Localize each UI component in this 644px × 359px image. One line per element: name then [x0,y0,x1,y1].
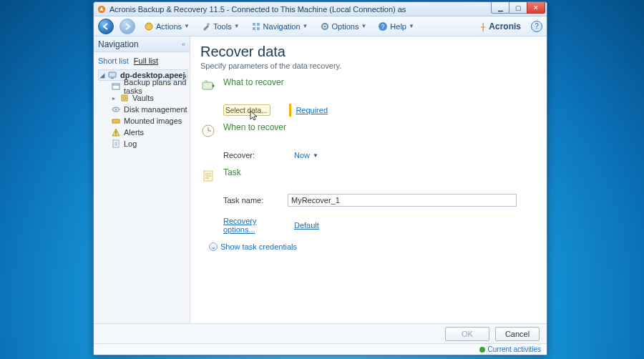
app-window: Acronis Backup & Recovery 11.5 - Connect… [93,1,547,355]
brand-logo-icon: ⟊ [480,21,486,32]
recover-dropdown[interactable]: Now ▼ [294,151,318,159]
section-when-to-recover: When to recover [200,122,535,139]
window-buttons: ▁ ▢ ✕ [492,2,545,14]
row-task-name: Task name: [223,194,535,207]
svg-text:?: ? [381,23,385,30]
sidebar: Navigation « Short list Full list ◢ dp-d… [94,36,190,323]
nav-tree: ◢ dp-desktop.apeejay.stya.com Backup pla… [94,68,190,149]
tab-short-list[interactable]: Short list [98,56,129,65]
row-recover: Recover: Now ▼ [223,149,535,162]
svg-rect-22 [203,82,213,89]
tree-item-alerts[interactable]: Alerts [111,127,188,138]
toolbar: Actions▼ Tools▼ Navigation▼ Options▼ ? H… [94,16,547,36]
tree-item-label: Vaults [132,94,154,102]
gear-icon [320,21,330,31]
actions-label: Actions [156,22,182,31]
row-select-data: Select data... Required [223,104,535,117]
titlebar: Acronis Backup & Recovery 11.5 - Connect… [94,2,547,16]
vault-icon [119,93,130,103]
tree-twisty-icon: ◢ [100,72,104,79]
back-button[interactable] [98,19,114,34]
svg-rect-11 [109,72,116,77]
forward-button[interactable] [119,19,135,34]
navigation-icon [251,21,261,31]
required-link[interactable]: Required [296,106,328,114]
task-name-input[interactable] [288,194,517,207]
svg-rect-12 [111,78,114,79]
tab-full-list[interactable]: Full list [134,56,158,65]
options-label: Options [332,22,359,31]
tools-label: Tools [213,22,232,31]
tree-item-log[interactable]: Log [111,138,188,149]
activity-dot-icon [479,347,485,353]
tree-item-disk-management[interactable]: Disk management [111,104,188,115]
tree-item-mounted-images[interactable]: Mounted images [111,115,188,127]
svg-rect-6 [257,27,260,30]
svg-point-17 [115,109,117,110]
svg-rect-19 [115,131,116,134]
tools-menu[interactable]: Tools▼ [198,20,243,33]
row-recovery-options: Recovery options... Default [223,217,535,234]
recover-value: Now [294,151,310,159]
window-title: Acronis Backup & Recovery 11.5 - Connect… [109,5,544,14]
svg-rect-20 [115,134,116,135]
svg-rect-5 [253,27,255,30]
minimize-button[interactable]: ▁ [491,2,509,14]
sidebar-tabs: Short list Full list [94,52,190,68]
actions-menu[interactable]: Actions▼ [141,20,192,33]
disk-icon [111,104,121,114]
maximize-button[interactable]: ▢ [509,2,527,14]
show-task-credentials[interactable]: ⌄ Show task credentials [209,242,535,251]
body: Navigation « Short list Full list ◢ dp-d… [94,36,547,323]
plans-icon [111,82,121,92]
tree-item-label: Mounted images [124,117,182,125]
task-icon [200,168,216,184]
section-title: When to recover [223,122,286,132]
brand: ⟊ Acronis [480,21,521,32]
brand-label: Acronis [489,21,521,31]
tree-item-label: Backup plans and tasks [124,78,188,95]
collapse-icon: « [182,41,185,48]
select-data-button[interactable]: Select data... [223,104,270,116]
status-bar: Current activities [94,343,547,355]
chevron-down-icon: ▼ [313,152,318,159]
navigation-menu[interactable]: Navigation▼ [248,20,311,33]
tree-twisty-icon[interactable]: ▸ [111,95,117,102]
clock-icon [200,123,216,139]
app-icon [97,4,107,14]
footer-bar: OK Cancel [94,323,547,343]
ok-button[interactable]: OK [445,327,489,341]
recovery-options-link[interactable]: Recovery options... [223,217,256,234]
computer-icon [107,70,117,80]
svg-rect-18 [112,119,119,123]
what-icon [200,78,216,94]
tools-icon [201,21,211,31]
sidebar-header[interactable]: Navigation « [94,36,190,52]
page-subtitle: Specify parameters of the data recovery. [200,62,535,70]
navigation-label: Navigation [263,22,301,31]
section-what-to-recover: What to recover [200,77,535,94]
section-title: What to recover [223,77,284,87]
svg-rect-3 [253,23,255,26]
options-menu[interactable]: Options▼ [317,20,370,33]
help-menu[interactable]: ? Help▼ [375,20,417,33]
alert-icon [111,127,121,137]
tree-item-label: Alerts [124,128,144,137]
svg-rect-14 [122,95,127,101]
current-activities-link[interactable]: Current activities [488,345,541,353]
tree-item-backup-plans[interactable]: Backup plans and tasks [111,81,188,92]
svg-rect-13 [112,84,119,89]
tree-item-label: Disk management [124,105,187,114]
actions-icon [144,21,154,31]
help-button[interactable]: ? [531,21,542,32]
recovery-options-value[interactable]: Default [294,221,319,230]
cancel-button[interactable]: Cancel [495,327,540,341]
expand-icon: ⌄ [209,242,218,251]
mounted-icon [111,116,121,126]
tree-item-label: Log [124,139,137,148]
page-title: Recover data [200,44,535,60]
main-pane: Recover data Specify parameters of the d… [190,36,547,323]
close-button[interactable]: ✕ [527,2,545,14]
help-icon: ? [378,21,388,31]
show-creds-label: Show task credentials [220,242,297,251]
